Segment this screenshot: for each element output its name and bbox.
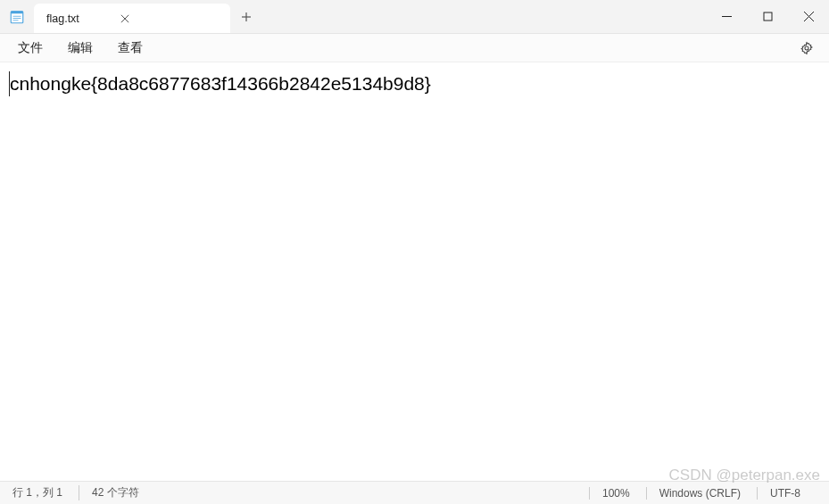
titlebar: flag.txt	[0, 0, 829, 34]
settings-button[interactable]	[793, 35, 820, 62]
editor-text: cnhongke{8da8c6877683f14366b2842e5134b9d…	[9, 71, 820, 96]
status-line-ending[interactable]: Windows (CRLF)	[646, 487, 757, 500]
menu-file[interactable]: 文件	[5, 37, 55, 60]
editor-area[interactable]: cnhongke{8da8c6877683f14366b2842e5134b9d…	[0, 62, 829, 481]
svg-rect-1	[11, 11, 23, 13]
maximize-button[interactable]	[747, 0, 788, 33]
status-zoom[interactable]: 100%	[589, 487, 646, 500]
tab-flag[interactable]: flag.txt	[34, 4, 230, 33]
status-char-count: 42 个字符	[79, 485, 155, 500]
window-controls	[706, 0, 829, 33]
notepad-app-icon	[0, 0, 34, 33]
minimize-button[interactable]	[706, 0, 747, 33]
statusbar: 行 1，列 1 42 个字符 100% Windows (CRLF) UTF-8	[0, 481, 829, 504]
titlebar-drag-area[interactable]	[262, 0, 706, 33]
status-encoding[interactable]: UTF-8	[757, 487, 817, 500]
new-tab-button[interactable]	[230, 0, 262, 33]
menubar: 文件 编辑 查看	[0, 34, 829, 62]
menu-edit[interactable]: 编辑	[55, 37, 105, 60]
svg-point-13	[805, 46, 808, 50]
tab-title: flag.txt	[46, 12, 79, 25]
menu-view[interactable]: 查看	[105, 37, 155, 60]
svg-rect-10	[764, 12, 772, 21]
close-window-button[interactable]	[788, 0, 829, 33]
close-tab-icon[interactable]	[115, 9, 135, 29]
status-cursor-position: 行 1，列 1	[12, 485, 79, 500]
